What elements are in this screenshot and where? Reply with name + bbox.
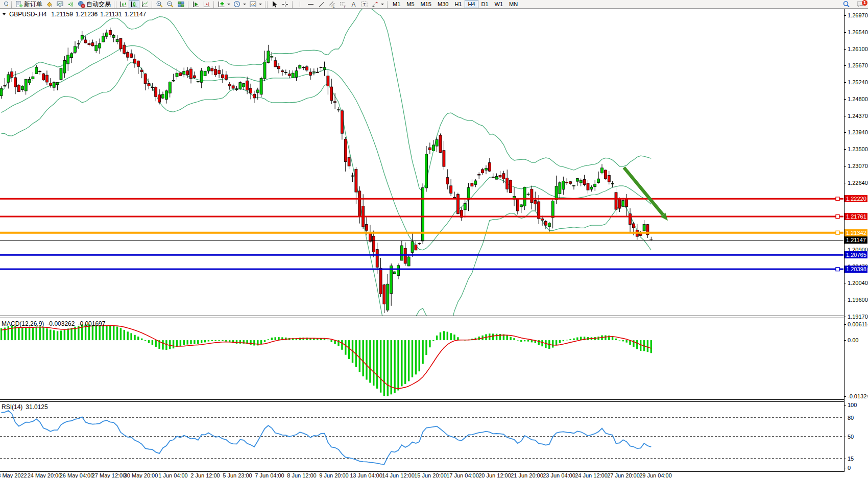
vertical-line-tool-button[interactable] xyxy=(295,0,305,8)
svg-text:E: E xyxy=(332,5,334,8)
rsi-tick-label: 100 xyxy=(848,402,857,408)
rsi-tick-label: 15 xyxy=(848,456,854,462)
autotrading-button[interactable]: 自动交易 xyxy=(76,0,112,8)
magnifier-icon xyxy=(2,1,8,8)
panel-separator[interactable] xyxy=(0,399,845,400)
panel-separator[interactable] xyxy=(0,318,845,318)
templates-dropdown-caret xyxy=(259,4,262,5)
macd-tick-mark xyxy=(844,396,846,397)
periods-button[interactable] xyxy=(232,0,248,8)
indicators-button[interactable] xyxy=(216,0,232,8)
text-tool-button[interactable]: A xyxy=(348,0,359,8)
chevron-down-icon[interactable] xyxy=(3,13,6,15)
price-tick-label: 1.24370 xyxy=(848,113,868,119)
signals-button[interactable] xyxy=(65,0,76,8)
new-order-button[interactable]: 新订单 xyxy=(14,0,44,8)
macd-panel-canvas[interactable] xyxy=(0,318,845,399)
price-tick-label: 1.23500 xyxy=(848,146,868,152)
vertical-line-icon xyxy=(296,1,304,8)
price-tick-mark xyxy=(844,166,846,166)
rsi-panel-canvas[interactable] xyxy=(0,402,845,471)
time-axis-label: 5 Jun 23:00 xyxy=(223,472,252,478)
timeframe-m1[interactable]: M1 xyxy=(390,0,403,8)
zoom-in-button[interactable] xyxy=(154,0,165,8)
price-tick-mark xyxy=(844,116,846,116)
ohlc-low: 1.21131 xyxy=(100,11,122,18)
notifications-button[interactable]: 1 xyxy=(855,0,866,8)
time-axis-label: 27 May 12:00 xyxy=(92,472,126,478)
main-chart-canvas[interactable] xyxy=(0,9,845,316)
candlestick-chart-button[interactable] xyxy=(129,0,139,8)
price-tick-mark xyxy=(844,283,846,283)
timeframe-m15[interactable]: M15 xyxy=(418,0,435,8)
timeframe-d1[interactable]: D1 xyxy=(478,0,492,8)
market-watch-button[interactable] xyxy=(55,0,65,8)
find-symbol-button[interactable] xyxy=(1,0,10,8)
crosshair-tool-button[interactable] xyxy=(280,0,291,8)
trendline-icon xyxy=(318,1,325,8)
indicators-dropdown-caret xyxy=(227,4,230,5)
search-button[interactable] xyxy=(841,0,852,8)
trendline-tool-button[interactable] xyxy=(316,0,327,8)
time-axis-label: 8 Jun 12:00 xyxy=(287,472,317,478)
styles-button[interactable] xyxy=(44,0,55,8)
time-axis-label: 3 May 2022 xyxy=(0,472,27,478)
line-chart-button[interactable] xyxy=(139,0,150,8)
time-axis-label: 26 May 04:00 xyxy=(60,472,94,478)
label-tool-button[interactable]: T xyxy=(359,0,370,8)
timeframe-m30[interactable]: M30 xyxy=(435,0,451,8)
auto-scroll-icon xyxy=(192,1,200,8)
price-tick-label: 1.26970 xyxy=(848,12,868,18)
price-tick-mark xyxy=(844,149,846,150)
timeframe-m5[interactable]: M5 xyxy=(403,0,417,8)
arrows-tool-button[interactable] xyxy=(370,0,385,8)
price-tick-mark xyxy=(844,317,846,317)
panel-separator[interactable] xyxy=(0,401,845,402)
notification-badge: 1 xyxy=(862,0,867,6)
time-axis-border xyxy=(0,471,845,472)
equidistant-channel-icon: E xyxy=(328,1,336,8)
templates-button[interactable] xyxy=(248,0,263,8)
label-tool-icon: T xyxy=(360,1,368,8)
bar-chart-button[interactable] xyxy=(118,0,129,8)
time-axis-label: 17 Jun 04:00 xyxy=(446,472,479,478)
chart-shift-button[interactable] xyxy=(201,0,212,8)
fibonacci-tool-button[interactable]: F xyxy=(337,0,348,8)
tile-windows-button[interactable] xyxy=(176,0,186,8)
candlestick-chart-icon xyxy=(130,1,138,8)
timeframe-h4[interactable]: H4 xyxy=(465,0,478,8)
price-line-label: 1.21761 xyxy=(845,213,867,220)
macd-title: MACD(12,26,9) xyxy=(2,320,44,327)
rsi-tick-mark xyxy=(844,405,846,405)
price-line-label: 1.20398 xyxy=(845,266,867,273)
new-order-label: 新订单 xyxy=(24,0,42,9)
cursor-tool-button[interactable] xyxy=(269,0,280,8)
horizontal-line-tool-button[interactable] xyxy=(305,0,316,8)
timeframe-h1[interactable]: H1 xyxy=(451,0,465,8)
fibonacci-icon: F xyxy=(339,1,347,8)
timeframe-w1[interactable]: W1 xyxy=(492,0,507,8)
search-icon xyxy=(842,1,850,8)
price-line-label: 1.22220 xyxy=(845,195,867,202)
timeframe-mn[interactable]: MN xyxy=(506,0,521,8)
auto-scroll-button[interactable] xyxy=(190,0,201,8)
price-tick-mark xyxy=(844,49,846,50)
time-axis-label: 23 Jun 04:00 xyxy=(543,472,575,478)
zoom-out-button[interactable] xyxy=(165,0,176,8)
rsi-title: RSI(14) xyxy=(2,403,22,411)
price-tick-mark xyxy=(844,183,846,183)
price-line-label: 1.20765 xyxy=(845,251,867,258)
rsi-tick-mark xyxy=(844,418,846,418)
time-axis-label: 30 May 20:00 xyxy=(124,472,158,478)
main-toolbar: 新订单 自动交易 xyxy=(0,0,868,9)
clock-icon xyxy=(233,1,241,8)
time-axis-label: 13 Jun 04:00 xyxy=(350,472,382,478)
line-chart-icon xyxy=(141,1,149,8)
panel-separator[interactable] xyxy=(0,316,845,316)
bar-chart-icon xyxy=(119,1,127,8)
autotrading-icon xyxy=(78,1,85,8)
price-tick-label: 1.23070 xyxy=(848,163,868,169)
channel-tool-button[interactable]: E xyxy=(327,0,337,8)
price-tick-label: 1.24800 xyxy=(848,96,868,102)
zoom-in-icon xyxy=(156,1,163,8)
